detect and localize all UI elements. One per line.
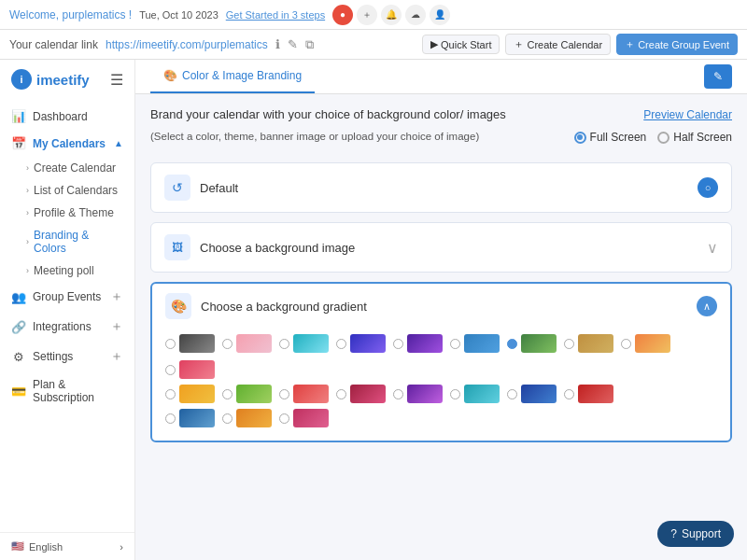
create-calendar-button[interactable]: ＋ Create Calendar bbox=[505, 34, 611, 55]
full-screen-radio[interactable] bbox=[574, 132, 586, 144]
hamburger-icon[interactable]: ☰ bbox=[110, 71, 123, 89]
gradient-swatch-4[interactable] bbox=[350, 334, 386, 353]
gradient-radio-7[interactable] bbox=[507, 339, 517, 349]
gradient-radio-10[interactable] bbox=[165, 365, 176, 375]
gradient-option-4[interactable] bbox=[336, 334, 386, 353]
sidebar-item-group-events[interactable]: 👥 Group Events ＋ bbox=[0, 282, 134, 312]
gradient-swatch-3[interactable] bbox=[293, 334, 329, 353]
gradient-radio-1[interactable] bbox=[165, 339, 176, 349]
gradient-swatch-15[interactable] bbox=[407, 385, 443, 403]
gradient-radio-4[interactable] bbox=[336, 339, 346, 349]
get-started-link[interactable]: Get Started in 3 steps bbox=[226, 9, 325, 21]
gradient-option-20[interactable] bbox=[222, 409, 272, 427]
gradient-swatch-16[interactable] bbox=[464, 385, 500, 403]
gradient-radio-11[interactable] bbox=[165, 389, 176, 399]
gradient-option-7[interactable] bbox=[507, 334, 557, 353]
gradient-swatch-12[interactable] bbox=[236, 385, 272, 403]
gradient-swatch-21[interactable] bbox=[293, 409, 329, 427]
gradient-swatch-7[interactable] bbox=[521, 334, 557, 353]
gradient-option-17[interactable] bbox=[507, 385, 557, 403]
gradient-option-3[interactable] bbox=[279, 334, 329, 353]
gradient-swatch-11[interactable] bbox=[179, 385, 215, 403]
language-selector[interactable]: 🇺🇸 English › bbox=[0, 532, 134, 560]
gradient-option-13[interactable] bbox=[279, 385, 329, 403]
gradient-option-16[interactable] bbox=[450, 385, 500, 403]
gradient-radio-9[interactable] bbox=[621, 339, 631, 349]
edit-icon[interactable]: ✎ bbox=[288, 37, 298, 51]
gradient-option-6[interactable] bbox=[450, 334, 500, 353]
cloud-icon[interactable]: ☁ bbox=[405, 5, 426, 25]
gradient-option-18[interactable] bbox=[564, 385, 613, 403]
gradient-radio-6[interactable] bbox=[450, 339, 460, 349]
half-screen-radio[interactable] bbox=[657, 132, 669, 144]
gradient-option-14[interactable] bbox=[336, 385, 386, 403]
gradient-option-15[interactable] bbox=[393, 385, 443, 403]
collapse-button[interactable]: ∧ bbox=[697, 296, 717, 316]
gradient-option-8[interactable] bbox=[564, 334, 613, 353]
gradient-swatch-8[interactable] bbox=[578, 334, 613, 353]
gradient-radio-5[interactable] bbox=[393, 339, 403, 349]
sidebar-item-integrations[interactable]: 🔗 Integrations ＋ bbox=[0, 312, 134, 342]
gradient-option-19[interactable] bbox=[165, 409, 215, 427]
gradient-option-11[interactable] bbox=[165, 385, 215, 403]
gradient-swatch-13[interactable] bbox=[293, 385, 329, 403]
tab-color-image-branding[interactable]: 🎨 Color & Image Branding bbox=[150, 60, 315, 93]
gradient-swatch-17[interactable] bbox=[521, 385, 557, 403]
gradient-radio-14[interactable] bbox=[336, 389, 346, 399]
sidebar-sub-meeting-poll[interactable]: › Meeting poll bbox=[0, 259, 134, 282]
gradient-option-5[interactable] bbox=[393, 334, 443, 353]
gradient-option-9[interactable] bbox=[621, 334, 670, 353]
gradient-radio-18[interactable] bbox=[564, 389, 574, 399]
bg-image-chevron[interactable]: ∨ bbox=[707, 239, 718, 257]
sidebar-sub-branding-colors[interactable]: › Branding & Colors bbox=[0, 224, 134, 259]
bell-icon[interactable]: 🔔 bbox=[381, 5, 402, 25]
sidebar-sub-profile-theme[interactable]: › Profile & Theme bbox=[0, 202, 134, 224]
tab-edit-icon[interactable]: ✎ bbox=[704, 64, 732, 89]
gradient-option-1[interactable] bbox=[165, 334, 215, 353]
gradient-swatch-9[interactable] bbox=[635, 334, 670, 353]
gradient-swatch-14[interactable] bbox=[350, 385, 386, 403]
gradient-option-21[interactable] bbox=[279, 409, 329, 427]
gradient-swatch-6[interactable] bbox=[464, 334, 500, 353]
user-icon[interactable]: 👤 bbox=[430, 5, 450, 25]
create-group-event-button[interactable]: ＋ Create Group Event bbox=[616, 34, 738, 55]
full-screen-option[interactable]: Full Screen bbox=[574, 131, 647, 144]
gradient-swatch-2[interactable] bbox=[236, 334, 272, 353]
gradient-swatch-10[interactable] bbox=[179, 360, 215, 379]
add-icon[interactable]: ＋ bbox=[357, 5, 377, 25]
half-screen-option[interactable]: Half Screen bbox=[657, 131, 732, 144]
gradient-swatch-5[interactable] bbox=[407, 334, 443, 353]
sidebar-sub-create-calendar[interactable]: › Create Calendar bbox=[0, 157, 134, 179]
gradient-radio-12[interactable] bbox=[222, 389, 233, 399]
gradient-radio-8[interactable] bbox=[564, 339, 574, 349]
sidebar-item-my-calendars[interactable]: 📅 My Calendars ▲ bbox=[0, 130, 134, 157]
gradient-swatch-19[interactable] bbox=[179, 409, 215, 427]
copy-icon[interactable]: ⧉ bbox=[305, 37, 314, 52]
sidebar-sub-list-calendars[interactable]: › List of Calendars bbox=[0, 179, 134, 202]
notification-icon[interactable]: ● bbox=[332, 5, 353, 25]
gradient-radio-16[interactable] bbox=[450, 389, 460, 399]
gradient-swatch-18[interactable] bbox=[578, 385, 613, 403]
gradient-radio-15[interactable] bbox=[393, 389, 403, 399]
gradient-swatch-20[interactable] bbox=[236, 409, 272, 427]
gradient-radio-19[interactable] bbox=[165, 413, 176, 424]
gradient-option-10[interactable] bbox=[165, 360, 215, 379]
info-icon[interactable]: ℹ bbox=[275, 37, 280, 51]
gradient-radio-21[interactable] bbox=[279, 413, 289, 424]
support-button[interactable]: ? Support bbox=[657, 521, 734, 547]
gradient-option-12[interactable] bbox=[222, 385, 272, 403]
calendar-url[interactable]: https://imeetify.com/purplematics bbox=[106, 38, 268, 51]
preview-calendar-link[interactable]: Preview Calendar bbox=[643, 108, 732, 121]
sidebar-item-dashboard[interactable]: 📊 Dashboard bbox=[0, 103, 134, 130]
gradient-option-2[interactable] bbox=[222, 334, 272, 353]
gradient-radio-17[interactable] bbox=[507, 389, 517, 399]
sidebar-item-settings[interactable]: ⚙ Settings ＋ bbox=[0, 342, 134, 371]
gradient-radio-3[interactable] bbox=[279, 339, 289, 349]
gradient-radio-13[interactable] bbox=[279, 389, 289, 399]
gradient-swatch-1[interactable] bbox=[179, 334, 215, 353]
quick-start-button[interactable]: ▶ Quick Start bbox=[422, 35, 500, 54]
gradient-radio-20[interactable] bbox=[222, 413, 233, 424]
default-card-radio[interactable]: ○ bbox=[698, 177, 718, 198]
sidebar-item-plan-subscription[interactable]: 💳 Plan & Subscription bbox=[0, 371, 134, 411]
gradient-radio-2[interactable] bbox=[222, 339, 233, 349]
